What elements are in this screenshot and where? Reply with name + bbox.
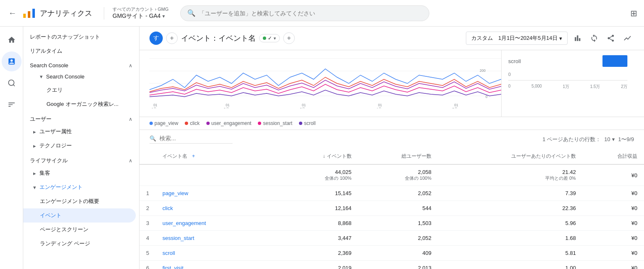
more-options-button[interactable] xyxy=(621,32,634,45)
sidebar-item-user-attributes[interactable]: ▸ ユーザー属性 xyxy=(23,125,136,139)
row-event-name: session_start xyxy=(156,231,280,246)
add-dimension-icon[interactable]: + xyxy=(192,153,195,159)
chart-type-button[interactable] xyxy=(571,32,584,45)
nav-explore-button[interactable] xyxy=(2,73,22,93)
summary-num xyxy=(140,164,156,186)
status-label: ✓ xyxy=(268,35,272,41)
row-users: 544 xyxy=(358,201,438,216)
sidebar-item-events[interactable]: イベント xyxy=(23,208,136,223)
sidebar-item-label: Search Console xyxy=(46,73,85,80)
sidebar-item-acquisition[interactable]: ▸ 集客 xyxy=(23,166,136,180)
apps-grid-icon[interactable]: ⊞ xyxy=(630,8,637,18)
svg-text:200: 200 xyxy=(480,68,485,73)
sidebar-item-search-console-sub[interactable]: ▾ Search Console xyxy=(30,70,136,83)
sidebar-item-landing-pages[interactable]: ランディング ページ xyxy=(23,237,136,251)
refresh-button[interactable] xyxy=(588,32,601,45)
row-num: 2 xyxy=(140,201,156,216)
row-event-count: 2,019 xyxy=(280,261,358,269)
svg-line-4 xyxy=(13,85,15,86)
add-comparison-button[interactable]: + xyxy=(166,32,178,44)
table-search-bar[interactable]: 🔍 xyxy=(149,135,233,144)
row-users: 409 xyxy=(358,246,438,261)
bar-x-1m: 1万 xyxy=(563,84,569,90)
date-range-selector[interactable]: カスタム 1月1日〜2024年5月14日 ▾ xyxy=(466,32,568,45)
event-link[interactable]: scroll xyxy=(162,250,175,256)
bullet-icon: ▸ xyxy=(33,170,36,176)
event-link[interactable]: session_start xyxy=(162,235,194,241)
row-per-user: 5.96 xyxy=(438,216,583,231)
sidebar-section-lifecycle[interactable]: ライフサイクル ∧ xyxy=(23,153,139,166)
global-search-bar[interactable]: 🔍 xyxy=(180,5,429,21)
row-users: 2,052 xyxy=(358,186,438,201)
bar-chart-side: scroll 0 0 5,000 1万 1.5万 2万 xyxy=(501,50,634,117)
chart-legend: page_view click user_engagement session_… xyxy=(140,117,644,130)
bar-y-label: 0 xyxy=(508,72,511,77)
svg-rect-1 xyxy=(28,11,30,18)
table-meta: 1 ページあたりの行数： 10 ▾ 1〜9/9 xyxy=(542,136,634,143)
event-link[interactable]: page_view xyxy=(162,190,188,196)
row-event-count: 12,164 xyxy=(280,201,358,216)
nav-home-button[interactable] xyxy=(2,30,22,50)
app-title: アナリティクス xyxy=(40,8,92,18)
row-users: 2,052 xyxy=(358,231,438,246)
row-revenue: ¥0 xyxy=(583,261,644,269)
legend-page-view: page_view xyxy=(149,120,178,126)
add-metric-button[interactable]: + xyxy=(283,32,295,44)
sidebar-item-query[interactable]: クエリ xyxy=(30,83,136,97)
legend-session-start: session_start xyxy=(258,120,292,126)
sidebar: レポートのスナップショット リアルタイム Search Console ∧ ▾ … xyxy=(23,27,140,269)
svg-text:01: 01 xyxy=(302,103,306,107)
sidebar-section-chevron-icon: ∧ xyxy=(129,158,132,164)
global-search-input[interactable] xyxy=(199,10,422,17)
summary-users: 2,058 全体の 100% xyxy=(358,164,438,186)
table-search-input[interactable] xyxy=(159,135,232,142)
table-toolbar: 🔍 1 ページあたりの行数： 10 ▾ 1〜9/9 xyxy=(140,130,644,149)
back-button[interactable]: ← xyxy=(7,7,18,19)
rows-per-page-selector[interactable]: 10 ▾ xyxy=(604,136,615,142)
content-header: す + イベント：イベント名 ✓ ▾ + カスタム 1月1日〜2024年5月14… xyxy=(140,27,644,50)
event-link[interactable]: click xyxy=(162,205,173,211)
property-name[interactable]: GMGサイト - GA4 ▾ xyxy=(113,12,169,20)
svg-text:01: 01 xyxy=(153,103,157,107)
property-selector[interactable]: すべてのアカウント › GMG GMGサイト - GA4 ▾ xyxy=(113,6,169,20)
event-link[interactable]: first_visit xyxy=(162,265,184,269)
sidebar-item-technology[interactable]: ▸ テクノロジー xyxy=(23,139,136,153)
status-chevron-icon: ▾ xyxy=(274,36,276,41)
line-chart-svg: 01 1月 01 2月 01 3月 01 4月 01 5月 0 200 xyxy=(149,50,501,108)
sidebar-section-label: ユーザー xyxy=(30,115,51,123)
share-button[interactable] xyxy=(604,32,617,45)
legend-dot-scroll xyxy=(299,122,302,125)
sidebar-item-realtime[interactable]: リアルタイム xyxy=(23,44,139,58)
svg-text:5月: 5月 xyxy=(452,107,458,108)
legend-user-engagement: user_engagement xyxy=(206,120,252,126)
col-per-user: ユーザーあたりのイベント数 xyxy=(438,149,583,164)
event-link[interactable]: user_engagement xyxy=(162,220,206,226)
svg-text:01: 01 xyxy=(378,103,382,107)
sidebar-item-snapshot[interactable]: レポートのスナップショット xyxy=(23,30,139,44)
nav-advertising-button[interactable] xyxy=(2,95,22,115)
sidebar-item-organic[interactable]: Google オーガニック検索レ... xyxy=(30,97,136,111)
sidebar-section-chevron-icon: ∧ xyxy=(129,63,132,68)
sidebar-section-search-console[interactable]: Search Console ∧ xyxy=(23,58,139,70)
row-event-name: first_visit xyxy=(156,261,280,269)
table-row: 1 page_view 15,145 2,052 7.39 ¥0 xyxy=(140,186,644,201)
main-content: す + イベント：イベント名 ✓ ▾ + カスタム 1月1日〜2024年5月14… xyxy=(140,27,644,269)
row-num: 5 xyxy=(140,246,156,261)
summary-revenue: ¥0 xyxy=(583,164,644,186)
rows-per-page-label: 1 ページあたりの行数： xyxy=(542,136,601,143)
sidebar-item-engagement-overview[interactable]: エンゲージメントの概要 xyxy=(23,194,136,208)
bar-x-5000: 5,000 xyxy=(531,84,542,90)
rows-select-chevron-icon: ▾ xyxy=(612,136,615,142)
table-row: 5 scroll 2,369 409 5.81 ¥0 xyxy=(140,246,644,261)
sidebar-item-engagement[interactable]: ▾ エンゲージメント xyxy=(23,180,136,194)
status-badge[interactable]: ✓ ▾ xyxy=(259,34,280,42)
content-header-right: カスタム 1月1日〜2024年5月14日 ▾ xyxy=(466,32,634,45)
summary-name xyxy=(156,164,280,186)
row-event-name: scroll xyxy=(156,246,280,261)
sidebar-section-users[interactable]: ユーザー ∧ xyxy=(23,111,139,125)
legend-click: click xyxy=(185,120,199,126)
sidebar-item-pages-screens[interactable]: ページとスクリーン xyxy=(23,223,136,237)
table-row: 2 click 12,164 544 22.36 ¥0 xyxy=(140,201,644,216)
nav-reports-button[interactable] xyxy=(2,51,22,71)
row-event-name: click xyxy=(156,201,280,216)
